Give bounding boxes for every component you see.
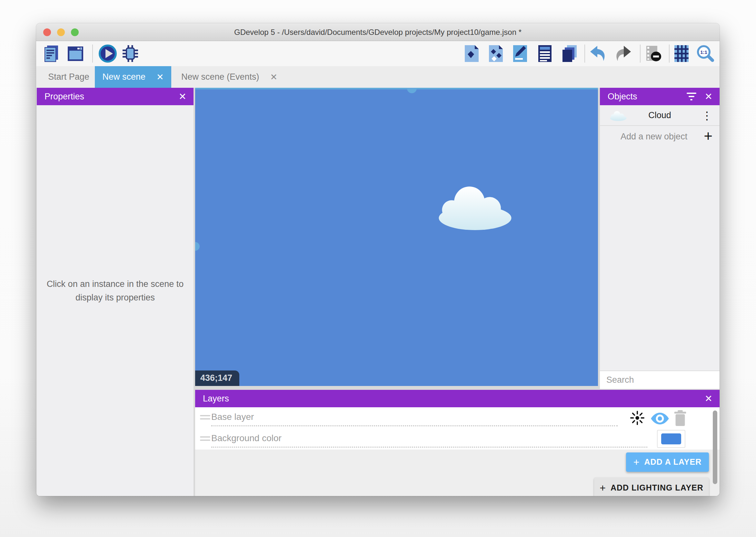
toolbar-separator (92, 45, 93, 62)
titlebar: GDevelop 5 - /Users/david/Documents/GDev… (36, 23, 720, 41)
tab-label: Start Page (48, 72, 89, 82)
scene-properties-icon[interactable] (510, 44, 530, 63)
layers-list: Base layer (195, 407, 720, 450)
panel-title: Properties (45, 92, 84, 102)
lighting-icon[interactable] (630, 410, 645, 425)
plus-icon: + (704, 127, 712, 145)
toggle-window-mask-icon[interactable] (644, 44, 663, 63)
toolbar-separator (585, 45, 585, 62)
layers-list-icon[interactable] (559, 44, 579, 63)
zoom-original-icon[interactable]: 1:1 (695, 44, 715, 63)
add-layer-label: ADD A LAYER (644, 457, 702, 466)
plus-icon: + (633, 456, 640, 468)
play-preview-icon[interactable] (98, 44, 117, 63)
add-object-button[interactable]: Add a new object + (600, 127, 720, 146)
close-panel-icon[interactable]: ✕ (179, 91, 186, 102)
close-panel-icon[interactable]: ✕ (705, 393, 712, 404)
tab-label: New scene (Events) (181, 72, 259, 82)
grid-icon[interactable] (672, 44, 692, 63)
toolbar-separator (669, 45, 669, 62)
game-window-top-border (195, 88, 598, 89)
field-underline (211, 425, 618, 426)
add-object-label: Add a new object (621, 132, 687, 142)
instances-list-icon[interactable] (535, 44, 554, 63)
app-window: GDevelop 5 - /Users/david/Documents/GDev… (36, 23, 720, 496)
window-title: GDevelop 5 - /Users/david/Documents/GDev… (36, 28, 720, 37)
debug-icon[interactable] (121, 44, 140, 63)
layers-scrollbar[interactable] (713, 410, 717, 484)
objects-editor-icon[interactable] (462, 44, 481, 63)
undo-icon[interactable] (588, 44, 608, 63)
layer-row-base: Base layer (195, 407, 720, 428)
layer-name-field[interactable]: Base layer (211, 412, 254, 422)
close-tab-icon[interactable]: ✕ (270, 72, 277, 82)
panel-title: Layers (203, 394, 229, 404)
add-lighting-layer-label: ADD LIGHTING LAYER (611, 483, 703, 492)
object-item-cloud[interactable]: Cloud ⋮ (600, 105, 720, 126)
project-manager-icon[interactable] (42, 44, 61, 63)
properties-header: Properties ✕ (37, 88, 194, 105)
properties-panel: Properties ✕ Click on an instance in the… (37, 88, 194, 496)
search-input[interactable] (606, 375, 720, 385)
layer-name-field[interactable]: Background color (211, 433, 282, 443)
window-border-handle-top[interactable] (407, 88, 417, 93)
plus-icon: + (600, 482, 606, 494)
panel-title: Objects (608, 92, 637, 102)
tab-start-page[interactable]: Start Page (43, 66, 95, 88)
layers-header: Layers ✕ (195, 390, 720, 407)
search-bar (600, 370, 720, 389)
scene-canvas[interactable]: 436;147 (195, 88, 598, 386)
objects-header: Objects ✕ (600, 88, 720, 105)
tab-bar: Start Page New scene ✕ New scene (Events… (36, 66, 720, 88)
tab-label: New scene (102, 72, 145, 82)
redo-icon[interactable] (614, 44, 633, 63)
layers-panel: Layers ✕ Base layer (195, 390, 720, 496)
svg-text:1:1: 1:1 (700, 49, 707, 55)
object-groups-icon[interactable] (486, 44, 506, 63)
layer-row-background-color: Background color (195, 429, 720, 450)
cloud-sprite[interactable] (433, 183, 518, 232)
trash-icon[interactable] (673, 410, 687, 427)
toolbar: 1:1 (36, 41, 720, 66)
close-panel-icon[interactable]: ✕ (705, 91, 712, 102)
drag-handle-icon[interactable] (200, 415, 210, 422)
close-tab-icon[interactable]: ✕ (156, 72, 164, 82)
field-underline (211, 447, 647, 448)
object-menu-icon[interactable]: ⋮ (701, 109, 712, 122)
cloud-thumbnail-icon (609, 110, 628, 121)
tab-new-scene-events[interactable]: New scene (Events) ✕ (176, 66, 283, 88)
background-color-picker[interactable] (657, 430, 685, 448)
properties-empty-message: Click on an instance in the scene to dis… (37, 277, 194, 305)
add-layer-button[interactable]: +ADD A LAYER (626, 452, 709, 472)
visibility-eye-icon[interactable] (651, 412, 669, 425)
tab-new-scene[interactable]: New scene ✕ (95, 66, 171, 88)
cursor-coordinates: 436;147 (195, 370, 239, 386)
editor-content: Properties ✕ Click on an instance in the… (36, 88, 720, 496)
toolbar-separator (640, 45, 641, 62)
drag-handle-icon[interactable] (200, 436, 210, 443)
color-swatch (661, 434, 681, 444)
window-border-handle-left[interactable] (195, 242, 200, 251)
filter-icon[interactable] (687, 93, 696, 101)
add-lighting-layer-button[interactable]: +ADD LIGHTING LAYER (594, 477, 709, 496)
objects-panel: Objects ✕ Cloud ⋮ Add a new object + (600, 88, 720, 389)
start-page-icon[interactable] (66, 44, 85, 63)
